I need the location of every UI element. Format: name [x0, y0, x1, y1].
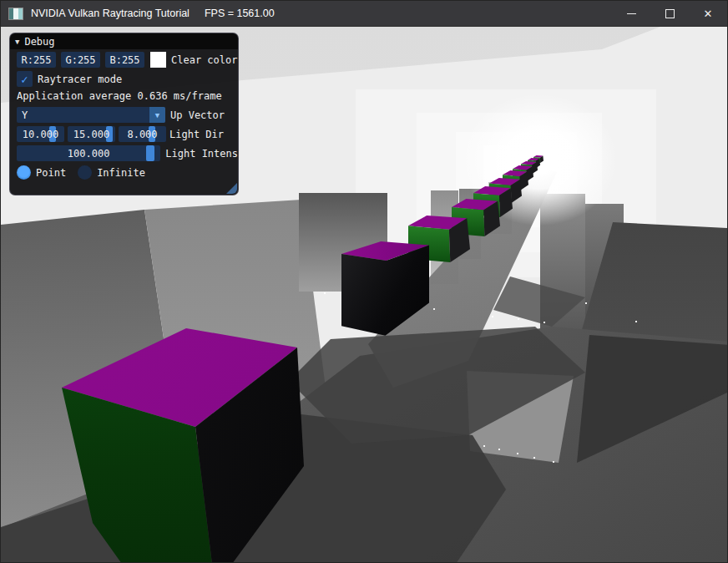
firefly-dot	[324, 292, 326, 294]
light-dir-label: Light Dir	[169, 129, 224, 140]
firefly-dot	[492, 316, 493, 317]
light-type-point-radio[interactable]	[17, 165, 31, 180]
raytracer-mode-checkbox[interactable]: ✓	[17, 71, 33, 87]
collapse-arrow-icon[interactable]: ▼	[15, 38, 19, 46]
light-intensity-slider[interactable]: 100.000	[17, 145, 160, 161]
firefly-dot	[498, 449, 500, 450]
minimize-icon	[627, 13, 636, 14]
red-value-button[interactable]: R:255	[17, 52, 56, 68]
debug-panel-header[interactable]: ▼ Debug	[10, 33, 238, 49]
light-type-infinite-radio[interactable]	[78, 165, 92, 180]
combo-dropdown-button[interactable]: ▼	[149, 107, 165, 123]
maximize-icon	[665, 9, 675, 18]
up-vector-label: Up Vector	[170, 109, 225, 121]
slider-grab[interactable]	[146, 145, 154, 161]
firefly-dot	[543, 322, 545, 323]
app-icon	[8, 8, 23, 20]
raytracer-mode-label: Raytracer mode	[38, 74, 122, 85]
light-dir-x-slider[interactable]: 10.000	[17, 126, 64, 142]
up-vector-row: Y ▼ Up Vector	[17, 107, 238, 123]
debug-panel: ▼ Debug R:255 G:255 B:255 Clear color ✓ …	[9, 33, 239, 195]
firefly-dot	[635, 321, 637, 322]
debug-panel-title: Debug	[24, 36, 54, 48]
light-intensity-row: 100.000 Light Intens	[17, 145, 238, 161]
blue-value-button[interactable]: B:255	[105, 52, 144, 68]
firefly-dot	[585, 302, 587, 304]
close-button[interactable]: ✕	[689, 1, 727, 26]
clear-color-swatch[interactable]	[150, 52, 166, 68]
firefly-dot	[433, 308, 435, 310]
close-icon: ✕	[704, 8, 713, 19]
firefly-dot	[533, 457, 535, 459]
light-type-row: Point Infinite	[17, 165, 238, 180]
firefly-dot	[517, 453, 518, 454]
title-bar[interactable]: NVIDIA Vulkan Raytracing Tutorial FPS = …	[1, 1, 727, 27]
up-vector-combo[interactable]: Y ▼	[17, 107, 165, 123]
clear-color-label: Clear color	[171, 54, 237, 66]
light-intensity-label: Light Intens	[165, 148, 238, 160]
light-dir-z-slider[interactable]: 8.000	[119, 126, 166, 142]
window-controls: ✕	[612, 1, 727, 26]
scene-cube-middle	[341, 241, 429, 337]
maximize-button[interactable]	[650, 1, 689, 26]
debug-panel-body: R:255 G:255 B:255 Clear color ✓ Raytrace…	[10, 49, 238, 180]
clear-color-row: R:255 G:255 B:255 Clear color	[17, 52, 238, 68]
performance-text: Application average 0.636 ms/frame (15	[17, 90, 234, 103]
chevron-down-icon: ▼	[155, 111, 159, 119]
minimize-button[interactable]	[612, 1, 650, 26]
light-type-point-label: Point	[36, 167, 66, 179]
light-dir-y-slider[interactable]: 15.000	[68, 126, 115, 142]
light-type-infinite-label: Infinite	[97, 167, 145, 179]
app-window: NVIDIA Vulkan Raytracing Tutorial FPS = …	[0, 0, 728, 563]
light-dir-row: 10.000 15.000 8.000 Light Dir	[17, 126, 238, 142]
up-vector-value: Y	[22, 109, 28, 121]
window-title: NVIDIA Vulkan Raytracing Tutorial	[31, 8, 190, 19]
green-value-button[interactable]: G:255	[61, 52, 100, 68]
fps-counter: FPS = 1561.00	[205, 8, 275, 19]
panel-resize-grip[interactable]	[226, 183, 237, 194]
checkmark-icon: ✓	[21, 73, 28, 86]
firefly-dot	[553, 461, 554, 463]
firefly-dot	[518, 318, 519, 320]
raytracer-mode-row: ✓ Raytracer mode	[17, 71, 238, 87]
firefly-dot	[483, 445, 485, 447]
